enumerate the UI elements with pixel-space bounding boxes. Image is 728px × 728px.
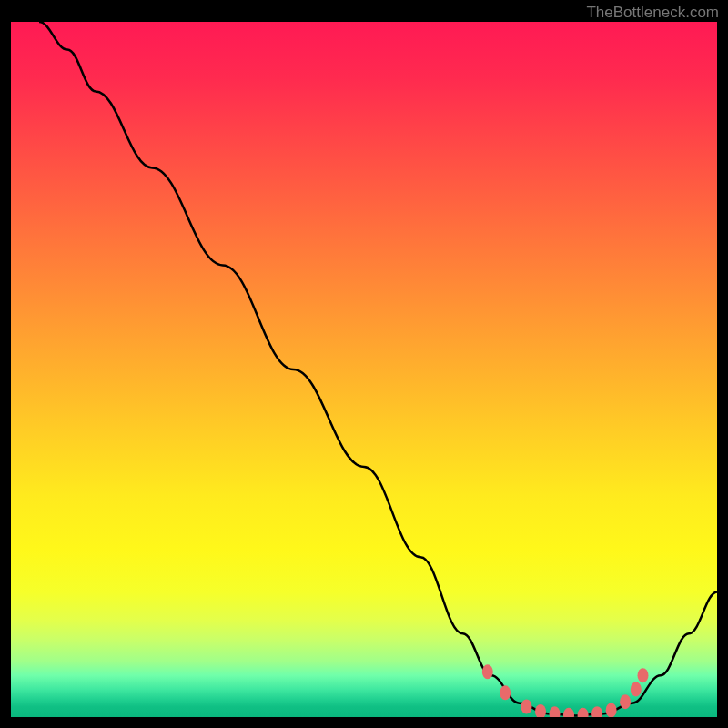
chart-svg [11,22,717,717]
data-dots [482,664,649,717]
data-dot [563,708,574,717]
data-dot [550,706,561,717]
data-dot [620,694,631,709]
data-dot [638,668,649,682]
bottleneck-curve [39,22,717,716]
data-dot [535,704,546,717]
data-dot [631,682,642,696]
chart-frame: TheBottleneck.com [0,0,728,728]
data-dot [592,706,602,717]
plot-area [11,22,717,717]
data-dot [482,664,493,679]
data-dot [578,708,589,717]
data-dot [500,685,511,700]
watermark-text: TheBottleneck.com [586,4,719,22]
data-dot [606,703,617,717]
data-dot [521,700,532,714]
